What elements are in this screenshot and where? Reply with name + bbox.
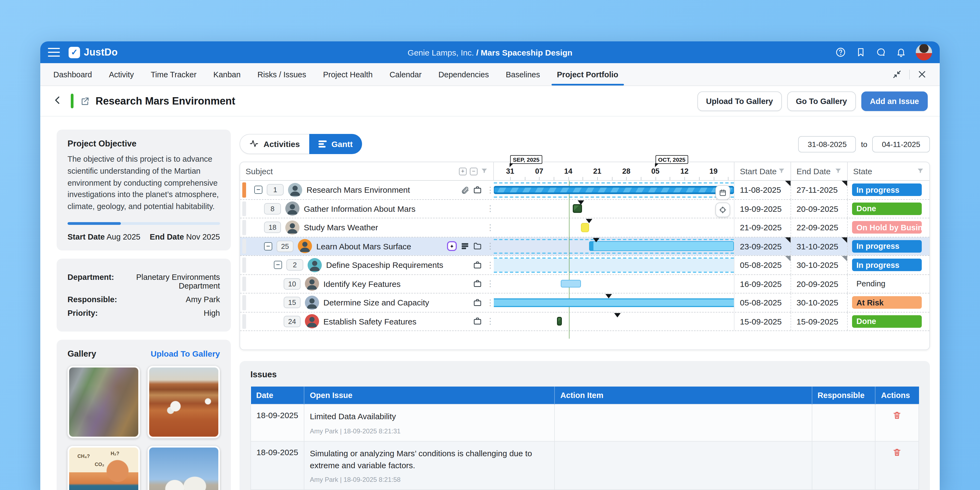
kebab-menu-icon[interactable] [486, 298, 492, 308]
tab-risks-issues[interactable]: Risks / Issues [258, 63, 306, 86]
collapse-window-icon[interactable] [892, 70, 902, 79]
state-cell[interactable]: In progress [848, 237, 929, 255]
assignee-avatar[interactable] [285, 221, 299, 235]
gantt-timeline-cell[interactable] [494, 200, 735, 218]
close-icon[interactable] [917, 70, 927, 79]
tab-dependencies[interactable]: Dependencies [439, 63, 489, 86]
assignee-avatar[interactable] [305, 314, 319, 329]
ai-sparkle-icon[interactable] [447, 242, 457, 251]
end-date-cell[interactable]: 20-09-2025 [791, 200, 848, 218]
start-date-cell[interactable]: 05-08-2025 [735, 256, 791, 274]
start-date-cell[interactable]: 11-08-2025 [735, 181, 791, 199]
subject-filter-icon[interactable] [481, 167, 488, 176]
user-avatar[interactable] [916, 44, 932, 60]
gantt-task-row[interactable]: 15 Determine Size and Capacity 05-08-202… [240, 293, 929, 312]
kebab-menu-icon[interactable] [486, 279, 492, 289]
range-to-input[interactable]: 04-11-2025 [872, 136, 930, 152]
assignee-avatar[interactable] [288, 183, 302, 197]
expand-all-icon[interactable] [459, 167, 466, 175]
assignee-avatar[interactable] [308, 258, 322, 272]
collapse-toggle[interactable] [254, 186, 262, 194]
gantt-bar[interactable] [494, 259, 734, 271]
gantt-bar[interactable] [589, 242, 734, 251]
start-date-cell[interactable]: 16-09-2025 [735, 275, 791, 293]
end-date-cell[interactable]: 30-10-2025 [791, 256, 848, 274]
end-date-cell[interactable]: 20-09-2025 [791, 275, 848, 293]
kebab-menu-icon[interactable] [486, 223, 492, 232]
task-list-icon[interactable] [461, 242, 469, 251]
gantt-task-row[interactable]: 8 Gather Information About Mars 19-09-20… [240, 200, 929, 218]
gantt-timeline-cell[interactable] [494, 275, 735, 293]
paperclip-icon[interactable] [461, 186, 469, 194]
milestone-marker[interactable] [593, 238, 600, 245]
milestone-marker[interactable] [614, 313, 620, 320]
milestone-marker[interactable] [578, 200, 584, 208]
gantt-toggle[interactable]: Gantt [309, 134, 362, 154]
gantt-timeline-cell[interactable] [494, 312, 735, 331]
start-date-column-header[interactable]: Start Date [740, 167, 776, 176]
subject-column-header[interactable]: Subject [245, 167, 273, 176]
gantt-bar[interactable] [557, 317, 562, 326]
calendar-button[interactable] [715, 185, 730, 200]
collapse-toggle[interactable] [274, 261, 282, 269]
start-date-cell[interactable]: 23-09-2025 [735, 237, 791, 255]
milestone-marker[interactable] [585, 219, 592, 226]
start-date-cell[interactable]: 05-08-2025 [735, 293, 791, 312]
gantt-bar[interactable] [494, 186, 734, 194]
bell-icon[interactable] [896, 47, 907, 58]
assignee-avatar[interactable] [305, 296, 319, 310]
start-date-cell[interactable]: 15-09-2025 [735, 312, 791, 331]
gantt-timeline-cell[interactable] [494, 237, 735, 255]
external-link-icon[interactable] [80, 96, 89, 106]
gantt-task-row[interactable]: 25 Learn About Mars Surface 23-09-2025 3… [240, 237, 929, 256]
milestone-marker[interactable] [605, 294, 612, 302]
issue-row[interactable]: 18-09-2025 Simulating or analyzing Mars’… [251, 441, 919, 490]
state-cell[interactable]: At Risk [848, 293, 929, 312]
end-filter-icon[interactable] [835, 167, 842, 176]
app-logo[interactable]: JustDo [68, 46, 118, 58]
briefcase-icon[interactable] [473, 280, 482, 288]
tab-project-health[interactable]: Project Health [323, 63, 373, 86]
chat-icon[interactable] [875, 47, 886, 58]
collapse-all-icon[interactable] [470, 167, 477, 175]
upload-to-gallery-button[interactable]: Upload To Gallery [697, 91, 781, 111]
tab-calendar[interactable]: Calendar [390, 63, 422, 86]
state-filter-icon[interactable] [917, 167, 924, 176]
tab-baselines[interactable]: Baselines [506, 63, 540, 86]
tab-dashboard[interactable]: Dashboard [53, 63, 92, 86]
end-date-cell[interactable]: 22-09-2025 [791, 218, 848, 237]
gantt-task-row[interactable]: 1 Research Mars Environment 11-08-2025 2… [240, 181, 929, 200]
briefcase-icon[interactable] [473, 298, 482, 307]
kebab-menu-icon[interactable] [486, 317, 492, 326]
assignee-avatar[interactable] [285, 202, 299, 216]
gantt-bar[interactable] [561, 280, 581, 288]
tab-project-portfolio[interactable]: Project Portfolio [557, 63, 619, 86]
end-date-column-header[interactable]: End Date [797, 167, 830, 176]
gantt-task-row[interactable]: 2 Define Spaceship Requirements 05-08-20… [240, 256, 929, 275]
gantt-timeline-cell[interactable] [494, 256, 735, 274]
kebab-menu-icon[interactable] [486, 204, 492, 214]
gantt-task-row[interactable]: 10 Identify Key Features 16-09-2025 20-0… [240, 275, 929, 293]
state-cell[interactable]: Done [848, 200, 929, 218]
kebab-menu-icon[interactable] [486, 185, 492, 195]
locate-target-button[interactable] [715, 202, 730, 217]
delete-issue-icon[interactable] [881, 410, 913, 420]
gallery-image-mars-desert-research-station[interactable] [148, 366, 220, 438]
start-date-cell[interactable]: 21-09-2025 [735, 218, 791, 237]
tab-time-tracker[interactable]: Time Tracker [151, 63, 197, 86]
gantt-task-row[interactable]: 18 Study Mars Weather 21-09-2025 22-09-2… [240, 218, 929, 237]
kebab-menu-icon[interactable] [486, 260, 492, 270]
state-cell[interactable]: On Hold by Business [848, 218, 929, 237]
help-icon[interactable] [835, 47, 846, 58]
state-column-header[interactable]: State [853, 167, 872, 176]
end-date-cell[interactable]: 31-10-2025 [791, 237, 848, 255]
end-date-cell[interactable]: 30-10-2025 [791, 293, 848, 312]
end-date-cell[interactable]: 27-11-2025 [791, 181, 848, 199]
kebab-menu-icon[interactable] [486, 242, 492, 251]
folder-icon[interactable] [473, 242, 482, 251]
briefcase-icon[interactable] [473, 186, 482, 194]
assignee-avatar[interactable] [298, 239, 312, 253]
gantt-timeline-cell[interactable] [494, 181, 735, 199]
assignee-avatar[interactable] [305, 277, 319, 291]
gantt-task-row[interactable]: 24 Establish Safety Features 15-09-2025 … [240, 312, 929, 331]
